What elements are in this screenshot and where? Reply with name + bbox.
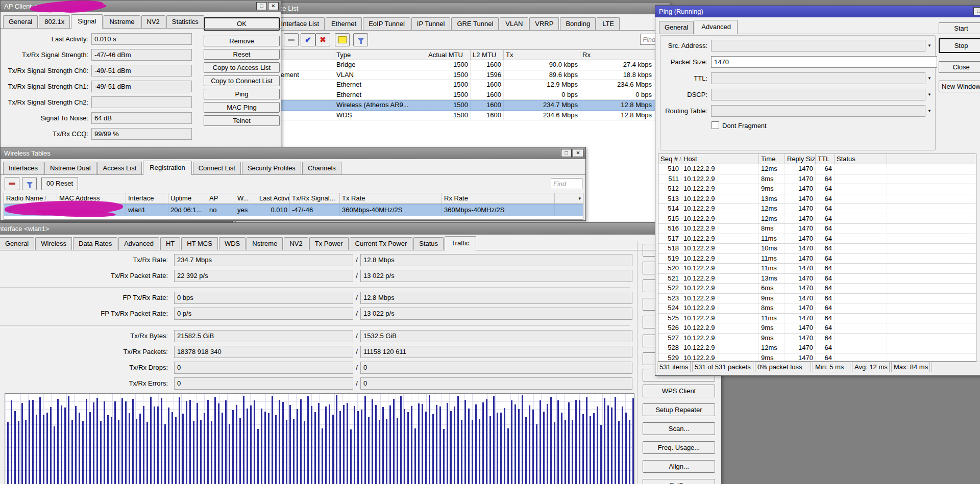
close-icon[interactable]: ✕ [268,2,279,10]
tab[interactable]: Traffic [445,236,476,250]
tab[interactable]: VLAN [500,17,528,30]
tab[interactable]: VRRP [529,17,559,30]
action-button[interactable]: WPS Client [643,385,715,397]
tab[interactable]: General [0,237,34,250]
tab[interactable]: Current Tx Power [350,237,413,250]
action-button[interactable]: OK [204,17,280,31]
col-actual-mtu[interactable]: Actual MTU [426,50,471,60]
ping-row[interactable]: 520 10.122.2.9 11ms 1470 64 [658,264,976,274]
ping-row[interactable]: 510 10.122.2.9 12ms 1470 64 [658,164,976,174]
tab[interactable]: Ethernet [326,17,362,30]
ping-row[interactable]: 522 10.122.2.9 6ms 1470 64 [658,284,976,294]
dropdown-arrow-icon[interactable]: ▼ [925,105,934,117]
maximize-icon[interactable]: □ [561,149,572,157]
dropdown-arrow-icon[interactable]: ▼ [925,72,934,84]
ping-row[interactable]: 517 10.122.2.9 11ms 1470 64 [658,234,976,244]
col-type[interactable]: Type [334,50,426,60]
tab[interactable]: Nstreme [247,237,283,250]
action-button[interactable]: Telnet [204,115,280,126]
col-wds[interactable]: W... [235,193,257,203]
tab[interactable]: NV2 [284,237,308,250]
tab[interactable]: NV2 [141,15,165,28]
tab[interactable]: GRE Tunnel [451,17,499,30]
tab[interactable]: Interfaces [3,162,43,174]
ping-row[interactable]: 527 10.122.2.9 9ms 1470 64 [658,334,976,344]
find-input[interactable] [551,178,582,189]
field-value[interactable]: 1470 [711,56,937,68]
table-row[interactable]: bridge1 Bridge 1500 1600 90.0 kbps 27.4 … [236,60,668,70]
dropdown-arrow-icon[interactable]: ▼ [925,40,934,52]
dropdown-arrow-icon[interactable]: ▼ [925,89,934,100]
action-button[interactable]: MAC Ping [204,102,280,113]
col-menu[interactable]: ▾ [555,193,583,203]
tab[interactable]: Data Rates [73,237,117,250]
col-ap[interactable]: AP [207,193,235,203]
ping-row[interactable]: 519 10.122.2.9 11ms 1470 64 [658,254,976,264]
col-l2-mtu[interactable]: L2 MTU [471,50,504,60]
col-last-activity[interactable]: Last Activit... [257,193,290,203]
tab[interactable]: Wireless [35,237,72,250]
tab[interactable]: Signal [71,14,103,29]
action-button[interactable]: Copy to Connect List [204,75,280,86]
col-status[interactable]: Status [835,154,887,164]
remove-button[interactable] [5,177,19,190]
col-tx-rate[interactable]: Tx Rate [340,193,442,203]
ping-row[interactable]: 528 10.122.2.9 12ms 1470 64 [658,343,976,353]
col-host[interactable]: Host [681,154,759,164]
filter-button[interactable] [353,33,368,46]
ping-row[interactable]: 516 10.122.2.9 8ms 1470 64 [658,224,976,234]
tab[interactable]: Advanced [118,237,159,250]
col-tx[interactable]: Tx [504,50,580,60]
ping-row[interactable]: 511 10.122.2.9 8ms 1470 64 [658,174,976,185]
col-interface[interactable]: Interface [126,193,168,203]
comment-button[interactable] [335,33,350,46]
col-reply-size[interactable]: Reply Size [785,154,816,164]
ping-row[interactable]: 518 10.122.2.9 10ms 1470 64 [658,244,976,254]
start-button[interactable]: Start [939,22,980,34]
ping-titlebar[interactable]: Ping (Running) [655,6,980,17]
tab[interactable]: Tx Power [309,237,349,250]
tab[interactable]: 802.1x [39,15,70,28]
tab[interactable]: Interface List [276,17,325,30]
action-button[interactable]: Scan... [643,422,715,435]
dont-fragment-checkbox[interactable] [712,121,719,129]
action-button[interactable]: Ping [204,89,280,99]
action-button[interactable]: Reset [204,49,280,60]
ping-row[interactable]: 512 10.122.2.9 9ms 1470 64 [658,184,976,194]
tab[interactable]: HT [160,237,180,250]
field-value[interactable] [711,72,925,84]
col-time[interactable]: Time [759,154,785,164]
action-button[interactable]: Remove [204,36,280,46]
tab[interactable]: Connect List [193,162,241,174]
maximize-icon[interactable]: □ [256,2,267,10]
tab[interactable]: Statistics [166,15,204,28]
tab[interactable]: Registration [143,161,191,175]
action-button[interactable]: Freq. Usage... [643,441,715,454]
table-row[interactable]: ether1 Ethernet 1500 1600 12.9 Mbps 234.… [236,80,668,90]
close-button[interactable]: Close [939,61,980,73]
tab[interactable]: IP Tunnel [411,17,451,30]
tab[interactable]: HT MCS [181,237,218,250]
col-rx-rate[interactable]: Rx Rate [442,193,555,203]
action-button[interactable]: Setup Repeater [643,403,715,416]
interface-list-titlebar[interactable]: Interface List [233,3,670,14]
tab[interactable]: WDS [219,237,246,250]
reset-button[interactable]: 00 Reset [41,177,78,190]
remove-button[interactable] [284,33,299,46]
col-rx[interactable]: Rx [580,50,654,60]
tab[interactable]: Advanced [695,20,738,34]
maximize-icon[interactable]: □ [973,7,980,15]
col-seq[interactable]: Seq #/ [658,154,681,164]
filter-button[interactable] [22,177,37,190]
tab[interactable]: Security Profiles [242,162,301,174]
action-button[interactable]: Align... [643,460,715,473]
field-value[interactable] [711,40,925,52]
ping-row[interactable]: 514 10.122.2.9 12ms 1470 64 [658,204,976,214]
field-value[interactable] [711,89,925,100]
ping-row[interactable]: 521 10.122.2.9 13ms 1470 64 [658,274,976,284]
tab[interactable]: Channels [302,162,341,174]
ping-row[interactable]: 529 10.122.2.9 9ms 1470 64 [658,353,976,362]
table-row[interactable]: sfp1 Ethernet 1500 1600 0 bps 0 bps [236,90,668,100]
col-uptime[interactable]: Uptime [168,193,207,203]
action-button[interactable]: Copy to Access List [204,62,280,73]
